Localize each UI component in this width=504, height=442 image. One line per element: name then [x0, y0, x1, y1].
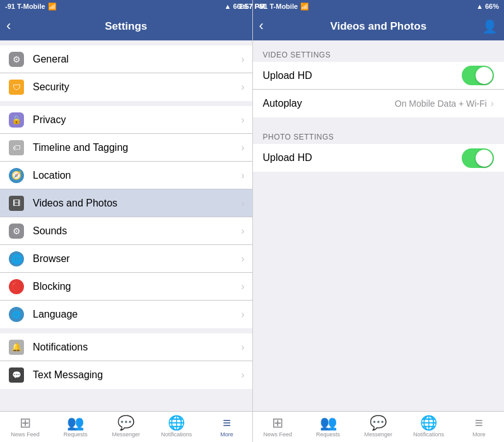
settings-row-videos[interactable]: 🎞 Videos and Photos ›	[0, 189, 252, 217]
right-panel: -91 T-Mobile 📶 1:57 PM ▲ 66% ‹ Videos an…	[252, 0, 505, 442]
tab-messenger-right[interactable]: 💬 Messenger	[353, 412, 404, 442]
bell-icon: 🔔	[9, 340, 24, 355]
autoplay-chevron-icon: ›	[491, 98, 494, 109]
requests-tab-label: Requests	[64, 431, 88, 438]
right-notifications-tab-label: Notifications	[413, 431, 444, 438]
notifications-chevron-icon: ›	[241, 342, 244, 353]
location-label: Location	[33, 170, 238, 181]
right-tab-bar: ⊞ News Feed 👥 Requests 💬 Messenger 🌐 Not…	[253, 411, 505, 442]
right-time: 1:57 PM	[239, 3, 266, 10]
video-upload-hd-knob	[476, 67, 493, 84]
tab-notifications-left[interactable]: 🌐 Notifications	[151, 412, 202, 442]
settings-row-browser[interactable]: 🌐 Browser ›	[0, 245, 252, 273]
right-more-tab-icon: ≡	[475, 416, 483, 430]
lock-icon: 🔒	[9, 112, 24, 128]
tab-newsfeed-right[interactable]: ⊞ News Feed	[253, 412, 303, 442]
tab-notifications-right[interactable]: 🌐 Notifications	[404, 412, 454, 442]
security-icon: 🛡	[8, 78, 25, 96]
location-icon: 🧭	[8, 167, 25, 184]
left-scroll-content: ⚙ General › 🛡 Security › 🔒 Privacy ›	[0, 40, 252, 411]
settings-row-general[interactable]: ⚙ General ›	[0, 45, 252, 73]
right-requests-tab-icon: 👥	[320, 416, 337, 430]
photo-upload-hd-label: Upload HD	[263, 152, 462, 164]
language-icon: 🌐	[8, 306, 25, 323]
more-tab-label: More	[220, 431, 233, 438]
tab-more-left[interactable]: ≡ More	[202, 412, 252, 442]
photo-upload-hd-row[interactable]: Upload HD	[253, 144, 505, 172]
left-wifi: 📶	[48, 3, 57, 11]
location-chevron-icon: ›	[241, 170, 244, 181]
settings-row-messaging[interactable]: 💬 Text Messaging ›	[0, 361, 252, 389]
settings-row-location[interactable]: 🧭 Location ›	[0, 162, 252, 189]
privacy-chevron-icon: ›	[241, 114, 244, 126]
language-label: Language	[33, 309, 238, 320]
browser-label: Browser	[33, 253, 238, 265]
settings-group-3: 🔔 Notifications › 💬 Text Messaging ›	[0, 333, 252, 389]
videos-icon: 🎞	[8, 194, 25, 212]
settings-row-timeline[interactable]: 🏷 Timeline and Tagging ›	[0, 134, 252, 162]
left-back-button[interactable]: ‹	[6, 20, 11, 33]
left-back-chevron-icon: ‹	[6, 19, 11, 33]
notifications-tab-icon: 🌐	[168, 416, 185, 430]
right-nav-person-icon[interactable]: 👤	[482, 19, 498, 34]
notifications-icon: 🔔	[8, 338, 25, 356]
video-settings-group: VIDEO SETTINGS Upload HD Autoplay On Mob…	[253, 45, 505, 117]
sounds-icon: ⚙	[8, 222, 25, 240]
right-more-tab-label: More	[472, 431, 486, 438]
autoplay-label: Autoplay	[263, 98, 395, 109]
messaging-label: Text Messaging	[33, 369, 238, 381]
tab-newsfeed-left[interactable]: ⊞ News Feed	[0, 412, 50, 442]
settings-row-notifications[interactable]: 🔔 Notifications ›	[0, 333, 252, 361]
block-icon: 🚫	[9, 279, 24, 294]
videos-label: Videos and Photos	[33, 198, 238, 209]
photo-settings-group: PHOTO SETTINGS Upload HD	[253, 128, 505, 172]
film-icon: 🎞	[9, 196, 24, 211]
sounds-chevron-icon: ›	[241, 225, 244, 237]
right-status-right: ▲ 66%	[476, 3, 499, 10]
requests-tab-icon: 👥	[67, 416, 84, 430]
browser-icon: 🌐	[8, 250, 25, 268]
tab-requests-right[interactable]: 👥 Requests	[303, 412, 353, 442]
left-status-left: -91 T-Mobile 📶	[5, 3, 57, 11]
right-messenger-tab-icon: 💬	[370, 416, 387, 430]
left-panel: -91 T-Mobile 📶 1:57 PM ▲ 66% ‹ Settings …	[0, 0, 252, 442]
language-chevron-icon: ›	[241, 309, 244, 320]
general-chevron-icon: ›	[241, 54, 244, 65]
settings-row-security[interactable]: 🛡 Security ›	[0, 73, 252, 101]
right-signal: ▲ 66%	[476, 3, 499, 10]
video-upload-hd-row[interactable]: Upload HD	[253, 62, 505, 90]
sounds-gear-icon: ⚙	[9, 224, 24, 239]
settings-row-privacy[interactable]: 🔒 Privacy ›	[0, 106, 252, 134]
settings-group-1: ⚙ General › 🛡 Security ›	[0, 45, 252, 101]
lang-icon: 🌐	[9, 307, 24, 322]
timeline-label: Timeline and Tagging	[33, 142, 238, 153]
tab-more-right[interactable]: ≡ More	[454, 412, 504, 442]
messaging-icon: 💬	[8, 366, 25, 384]
tab-requests-left[interactable]: 👥 Requests	[50, 412, 101, 442]
autoplay-row[interactable]: Autoplay On Mobile Data + Wi-Fi ›	[253, 90, 505, 117]
settings-row-language[interactable]: 🌐 Language ›	[0, 301, 252, 328]
video-upload-hd-label: Upload HD	[263, 70, 462, 81]
video-upload-hd-toggle[interactable]	[462, 66, 494, 85]
newsfeed-tab-label: News Feed	[11, 431, 40, 438]
photo-upload-hd-knob	[476, 150, 493, 167]
right-back-chevron-icon: ‹	[259, 19, 264, 33]
right-newsfeed-tab-icon: ⊞	[272, 416, 283, 430]
settings-group-2: 🔒 Privacy › 🏷 Timeline and Tagging › 🧭 L…	[0, 106, 252, 328]
left-nav-title: Settings	[105, 20, 147, 33]
photo-upload-hd-toggle[interactable]	[462, 148, 494, 168]
settings-row-sounds[interactable]: ⚙ Sounds ›	[0, 217, 252, 245]
security-label: Security	[33, 81, 238, 93]
security-chevron-icon: ›	[241, 81, 244, 93]
tab-messenger-left[interactable]: 💬 Messenger	[101, 412, 151, 442]
settings-row-blocking[interactable]: 🚫 Blocking ›	[0, 273, 252, 301]
msg-icon: 💬	[9, 367, 24, 383]
right-status-left: -91 T-Mobile 📶	[258, 3, 310, 11]
right-requests-tab-label: Requests	[316, 431, 340, 438]
general-icon: ⚙	[8, 51, 25, 68]
right-wifi: 📶	[300, 3, 309, 11]
timeline-chevron-icon: ›	[241, 142, 244, 153]
tag-icon: 🏷	[9, 140, 24, 155]
right-back-button[interactable]: ‹	[259, 20, 264, 33]
right-notifications-tab-icon: 🌐	[420, 416, 437, 430]
